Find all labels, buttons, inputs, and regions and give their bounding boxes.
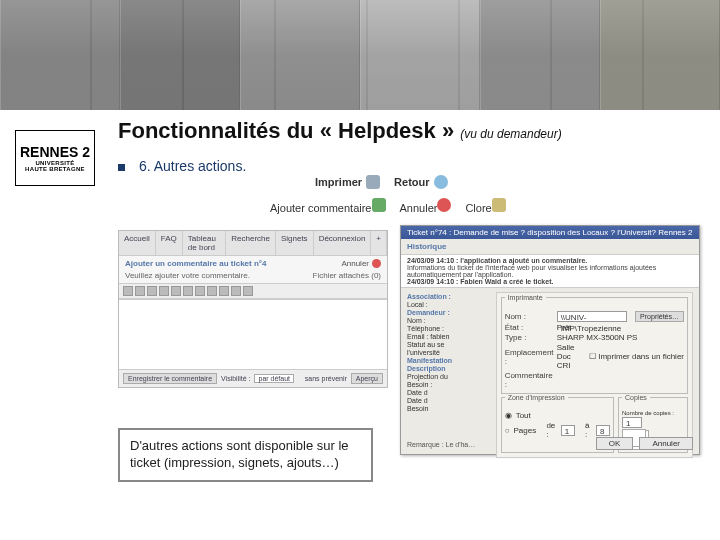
print-panel: Imprimante Nom :\\UNIV-IMP\TropeziennePr… — [496, 292, 693, 458]
print-to-file[interactable]: ☐ Imprimer dans un fichier — [589, 352, 684, 361]
tab-accueil[interactable]: Accueil — [119, 231, 156, 255]
cancel-icon — [372, 259, 381, 268]
banner-photo — [0, 0, 120, 110]
li-local: Local : — [407, 300, 490, 308]
tool-icon[interactable] — [135, 286, 145, 296]
etat-label: État : — [505, 323, 553, 332]
tool-icon[interactable] — [123, 286, 133, 296]
properties-button[interactable]: Propriétés… — [635, 311, 684, 322]
dialog-historique: Historique — [401, 239, 699, 255]
li-besoin2: Besoin — [407, 404, 490, 412]
print-dialog: Ticket n°74 : Demande de mise ? disposit… — [400, 225, 700, 455]
caption-box: D'autres actions sont disponible sur le … — [118, 428, 373, 482]
banner-photo — [360, 0, 480, 110]
li-statut: Statut au se — [407, 340, 490, 348]
title-sub: (vu du demandeur) — [460, 127, 561, 141]
li-nom: Nom : — [407, 316, 490, 324]
comment-textarea[interactable] — [119, 299, 387, 369]
copies-input[interactable]: 1 — [622, 417, 642, 428]
tab-plus[interactable]: + — [371, 231, 387, 255]
page-to-input[interactable]: 8 — [596, 425, 610, 436]
content: Fonctionnalités du « Helpdesk » (vu du d… — [118, 118, 710, 174]
bullet-line: 6. Autres actions. — [118, 158, 710, 174]
tab-logout[interactable]: Déconnexion — [314, 231, 372, 255]
log-line-1: 24/03/09 14:10 : l'application a ajouté … — [407, 257, 587, 264]
li-email: Email : fabien — [407, 332, 490, 340]
visibility-label: Visibilité : — [221, 375, 250, 382]
close-icon — [492, 198, 506, 212]
back-label: Retour — [394, 176, 429, 188]
banner-photo — [120, 0, 240, 110]
etat-value: Prêt — [557, 323, 684, 332]
li-tel: Téléphone : — [407, 324, 490, 332]
cancel-action[interactable]: Annuler — [400, 198, 452, 214]
cancel-button[interactable]: Annuler — [639, 437, 693, 450]
emp-label: Emplacement : — [505, 348, 553, 366]
logo-rennes2: RENNES 2 UNIVERSITÉ HAUTE BRETAGNE — [15, 130, 95, 186]
sec-manif: Manifestation — [407, 356, 490, 364]
actions-top: Imprimer Retour — [315, 175, 448, 189]
banner-photo — [480, 0, 600, 110]
print-label: Imprimer — [315, 176, 362, 188]
tab-faq[interactable]: FAQ — [156, 231, 183, 255]
tool-icon[interactable] — [231, 286, 241, 296]
preview-button[interactable]: Aperçu — [351, 373, 383, 384]
printer-select[interactable]: \\UNIV-IMP\Tropezienne — [557, 311, 627, 322]
print-icon — [366, 175, 380, 189]
tool-icon[interactable] — [183, 286, 193, 296]
page-from-input[interactable]: 1 — [561, 425, 575, 436]
tool-icon[interactable] — [195, 286, 205, 296]
tab-dashboard[interactable]: Tableau de bord — [183, 231, 226, 255]
li-date1: Date d — [407, 388, 490, 396]
tool-icon[interactable] — [219, 286, 229, 296]
logo-line4: HAUTE BRETAGNE — [25, 166, 85, 172]
ticket-details: Association : Local : Demandeur : Nom : … — [407, 292, 490, 458]
com-label: Commentaire : — [505, 371, 553, 389]
copies-label: Nombre de copies : — [622, 410, 684, 416]
tool-icon[interactable] — [171, 286, 181, 296]
banner — [0, 0, 720, 110]
bullet-text: 6. Autres actions. — [139, 158, 246, 174]
editor-tabs: Accueil FAQ Tableau de bord Recherche Si… — [119, 231, 387, 256]
back-action[interactable]: Retour — [394, 175, 447, 189]
add-label: Ajouter commentaire — [270, 202, 372, 214]
sec-desc: Description — [407, 364, 490, 372]
dialog-body: Association : Local : Demandeur : Nom : … — [401, 288, 699, 462]
li-besoin: Besoin : — [407, 380, 490, 388]
radio-pages[interactable]: ○ Pages de :1 à :8 — [505, 421, 610, 439]
dialog-title: Ticket n°74 : Demande de mise ? disposit… — [401, 226, 699, 239]
li-proj: Projection du — [407, 372, 490, 380]
ok-button[interactable]: OK — [596, 437, 634, 450]
editor-attach[interactable]: Fichier attachés (0) — [313, 271, 381, 280]
slide-title: Fonctionnalités du « Helpdesk » (vu du d… — [118, 118, 710, 144]
li-date2: Date d — [407, 396, 490, 404]
tool-icon[interactable] — [243, 286, 253, 296]
editor-prompt: Veuillez ajouter votre commentaire. — [125, 271, 250, 280]
cancel-icon — [437, 198, 451, 212]
editor-cancel[interactable]: Annuler — [341, 259, 381, 268]
banner-photo — [600, 0, 720, 110]
emp-value: Salle Doc CRI — [557, 343, 581, 370]
tool-icon[interactable] — [147, 286, 157, 296]
save-comment-button[interactable]: Enregistrer le commentaire — [123, 373, 217, 384]
tab-search[interactable]: Recherche — [226, 231, 276, 255]
add-comment-action[interactable]: Ajouter commentaire — [270, 198, 386, 214]
banner-photo — [240, 0, 360, 110]
noalert-label: sans prévenir — [305, 375, 347, 382]
radio-all[interactable]: ◉ Tout — [505, 411, 610, 420]
tab-bookmarks[interactable]: Signets — [276, 231, 314, 255]
print-action[interactable]: Imprimer — [315, 175, 380, 189]
tool-icon[interactable] — [207, 286, 217, 296]
dialog-footer: OK Annuler — [596, 437, 693, 450]
dialog-log: 24/03/09 14:10 : l'application a ajouté … — [401, 255, 699, 288]
close-action[interactable]: Clore — [465, 198, 505, 214]
banner-photos — [0, 0, 720, 110]
zone-title: Zone d'impression — [505, 394, 568, 401]
actions-mid: Ajouter commentaire Annuler Clore — [270, 198, 506, 214]
comment-editor: Accueil FAQ Tableau de bord Recherche Si… — [118, 230, 388, 388]
editor-footer: Enregistrer le commentaire Visibilité : … — [119, 369, 387, 387]
tool-icon[interactable] — [159, 286, 169, 296]
title-main: Fonctionnalités du « Helpdesk » — [118, 118, 454, 143]
visibility-select[interactable]: par défaut — [254, 374, 294, 383]
nom-label: Nom : — [505, 312, 553, 321]
